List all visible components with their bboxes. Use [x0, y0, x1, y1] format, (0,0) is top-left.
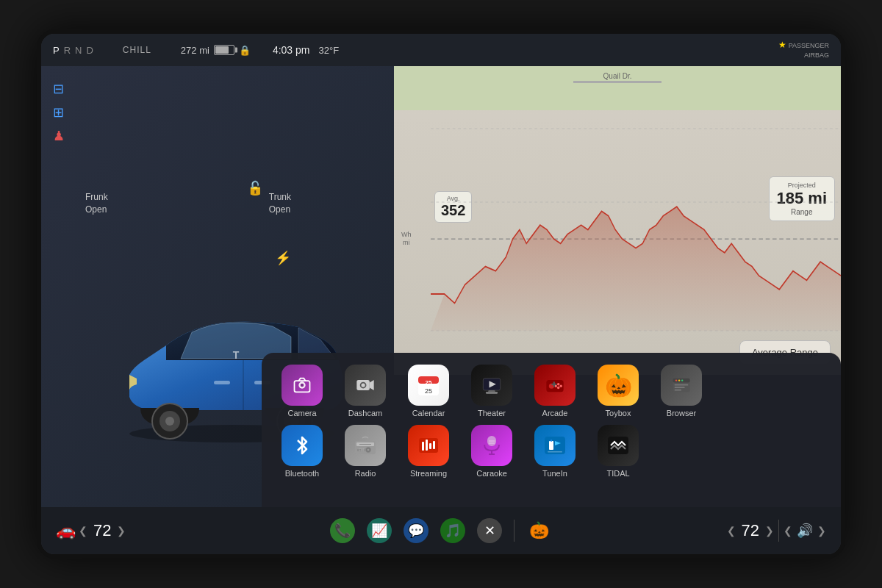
- chart-area: Whmi Avg. 352 Projected 185 mi Range: [394, 103, 841, 375]
- svg-rect-30: [488, 390, 495, 392]
- chart-svg-container: 900 600 0: [431, 110, 841, 368]
- svg-text:FM: FM: [359, 448, 364, 452]
- app-item-tidal[interactable]: TIDAL: [592, 425, 644, 478]
- svg-rect-45: [675, 387, 685, 388]
- vol-down[interactable]: ❮: [784, 525, 792, 537]
- taskbar-divider: [514, 520, 514, 542]
- app-item-streaming[interactable]: Streaming: [403, 425, 454, 478]
- svg-point-41: [675, 379, 677, 381]
- right-temp-control[interactable]: ❮ 72 ❯: [727, 521, 774, 540]
- map-road-label: Quail Dr.: [603, 72, 632, 80]
- trunk-label-area: Trunk Open: [269, 191, 291, 216]
- vol-up[interactable]: ❯: [817, 525, 826, 537]
- calendar-icon: 25 25: [408, 365, 449, 406]
- svg-text:25: 25: [426, 379, 432, 386]
- svg-rect-46: [675, 390, 681, 391]
- wh-label: Whmi: [401, 231, 412, 247]
- gear-r[interactable]: R: [64, 45, 71, 56]
- svg-text:25: 25: [425, 387, 432, 395]
- streaming-icon: [408, 425, 449, 466]
- chart-panel: Consumption Trip Whmi Avg. 352 Projected…: [394, 66, 841, 375]
- arcade-icon: [534, 365, 576, 406]
- app-item-dashcam[interactable]: Dashcam: [340, 365, 391, 417]
- messages-icon[interactable]: 💬: [404, 518, 429, 543]
- radio-label: Radio: [355, 469, 376, 478]
- taskbar-right: ❮ 72 ❯ ❮ 🔊 ❯: [570, 520, 826, 542]
- arcade-label: Arcade: [542, 409, 568, 417]
- streaming-label: Streaming: [410, 469, 447, 478]
- range-value: 272 mi: [181, 45, 209, 56]
- spotify-icon[interactable]: 🎵: [440, 518, 465, 543]
- calendar-label: Calendar: [412, 409, 445, 417]
- dashcam-label: Dashcam: [348, 409, 382, 417]
- app-item-tunein[interactable]: TuneIn: [529, 425, 581, 478]
- app-tray: Camera Dashcam: [262, 353, 841, 507]
- close-icon[interactable]: ✕: [477, 518, 502, 543]
- gear-n[interactable]: N: [75, 45, 82, 56]
- drive-mode: CHILL: [123, 45, 151, 55]
- toybox-taskbar-icon[interactable]: 🎃: [526, 518, 551, 543]
- app-item-theater[interactable]: Theater: [466, 365, 517, 417]
- left-temp-control[interactable]: ❮ 72 ❯: [79, 521, 126, 540]
- gear-d[interactable]: D: [86, 45, 93, 56]
- volume-icon: 🔊: [797, 523, 813, 539]
- frunk-lock-icon: 🔓: [247, 180, 263, 196]
- left-temp-down[interactable]: ❮: [79, 525, 87, 537]
- taskbar-left: 🚗 ❮ 72 ❯: [56, 521, 312, 540]
- tidal-label: TIDAL: [606, 469, 629, 478]
- gear-p[interactable]: P: [53, 45, 60, 56]
- svg-point-43: [681, 379, 683, 381]
- app-item-bluetooth[interactable]: Bluetooth: [276, 425, 328, 478]
- trunk-label: Trunk Open: [269, 191, 291, 216]
- temp-display: 32°F: [318, 45, 339, 56]
- gear-selector[interactable]: P R N D: [53, 45, 93, 56]
- tesla-screen: P R N D CHILL 272 mi 🔒 4:03 pm 32°F ★ PA…: [37, 29, 845, 559]
- car-icon-taskbar: 🚗: [56, 521, 76, 540]
- karaoke-icon: [471, 425, 512, 466]
- map-road: [573, 81, 662, 83]
- app-item-camera[interactable]: Camera: [276, 365, 328, 417]
- map-area: Quail Dr.: [394, 66, 841, 110]
- svg-rect-58: [433, 441, 435, 449]
- app-item-arcade[interactable]: Arcade: [529, 365, 581, 417]
- svg-point-4: [165, 417, 174, 426]
- app-item-radio[interactable]: FM Radio: [340, 425, 391, 478]
- frunk-label-area: Frunk Open: [85, 191, 108, 216]
- lock-icon: 🔒: [239, 45, 251, 56]
- left-temp-up[interactable]: ❯: [117, 525, 126, 537]
- seatbelt-icon: ♟: [53, 128, 65, 144]
- svg-rect-8: [214, 381, 230, 384]
- camera-label: Camera: [287, 409, 316, 417]
- camera-icon: [282, 365, 323, 406]
- svg-point-35: [557, 387, 560, 390]
- theater-label: Theater: [478, 409, 506, 417]
- time-display: 4:03 pm: [273, 44, 310, 56]
- svg-rect-57: [429, 443, 431, 449]
- right-temp-down[interactable]: ❮: [727, 525, 736, 537]
- phone-icon[interactable]: 📞: [330, 518, 355, 543]
- browser-label: Browser: [667, 409, 696, 417]
- right-temp-value: 72: [742, 521, 759, 540]
- app-item-toybox[interactable]: 🎃 Toybox: [592, 365, 644, 417]
- svg-rect-67: [548, 451, 562, 453]
- left-temp-value: 72: [93, 521, 111, 540]
- svg-rect-65: [549, 441, 553, 450]
- right-temp-up[interactable]: ❯: [765, 525, 774, 537]
- energy-icon[interactable]: 📈: [367, 518, 392, 543]
- consumption-chart: 900 600 0: [431, 110, 841, 368]
- svg-point-51: [368, 449, 370, 451]
- app-row-2: Bluetooth FM Radio: [276, 425, 826, 478]
- svg-rect-38: [551, 384, 556, 385]
- radio-icon: FM: [345, 425, 386, 466]
- volume-control[interactable]: ❮ 🔊 ❯: [784, 523, 826, 539]
- svg-rect-29: [486, 392, 498, 393]
- app-item-karaoke[interactable]: Caraoke: [466, 425, 517, 478]
- svg-rect-56: [426, 440, 428, 451]
- headlight-icon: ⊟: [53, 81, 65, 97]
- app-item-calendar[interactable]: 25 25 Calendar: [403, 365, 454, 417]
- app-item-browser[interactable]: Browser: [656, 365, 707, 417]
- karaoke-label: Caraoke: [476, 469, 507, 478]
- svg-point-42: [678, 379, 680, 381]
- svg-point-19: [301, 384, 304, 387]
- svg-rect-21: [356, 380, 370, 390]
